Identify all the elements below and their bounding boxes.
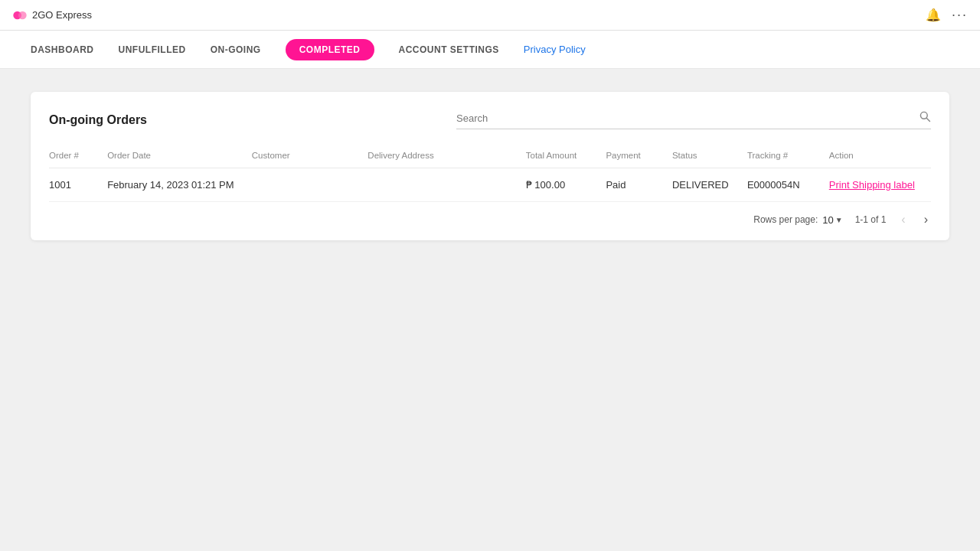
col-header-customer: Customer bbox=[252, 145, 368, 168]
more-icon[interactable]: ··· bbox=[952, 7, 968, 23]
nav-item-completed[interactable]: COMPLETED bbox=[286, 39, 374, 60]
rows-per-page-label: Rows per page: bbox=[753, 214, 818, 225]
orders-card: On-going Orders Order # Order Date Custo… bbox=[31, 92, 949, 240]
cell-payment: Paid bbox=[606, 168, 672, 202]
search-icon[interactable] bbox=[919, 110, 931, 126]
table-header-row: Order # Order Date Customer Delivery Add… bbox=[49, 145, 931, 168]
nav-item-privacy-policy[interactable]: Privacy Policy bbox=[524, 39, 586, 60]
card-header: On-going Orders bbox=[49, 110, 931, 129]
svg-point-2 bbox=[920, 112, 927, 119]
rows-per-page: Rows per page: 10 ▼ bbox=[753, 214, 842, 226]
rows-per-page-select[interactable]: 10 ▼ bbox=[822, 214, 842, 226]
col-header-date: Order Date bbox=[107, 145, 252, 168]
col-header-order: Order # bbox=[49, 145, 107, 168]
col-header-status: Status bbox=[672, 145, 747, 168]
prev-page-button[interactable]: ‹ bbox=[898, 211, 908, 228]
search-box bbox=[456, 110, 931, 129]
col-header-action: Action bbox=[829, 145, 931, 168]
search-input[interactable] bbox=[456, 112, 919, 124]
rows-per-page-value: 10 bbox=[822, 214, 833, 226]
topbar-left: 2GO Express bbox=[12, 9, 92, 21]
app-logo bbox=[12, 10, 28, 21]
orders-table: Order # Order Date Customer Delivery Add… bbox=[49, 145, 931, 202]
bell-icon[interactable]: 🔔 bbox=[926, 8, 941, 22]
cell-date: February 14, 2023 01:21 PM bbox=[107, 168, 252, 202]
cell-status: DELIVERED bbox=[672, 168, 747, 202]
topbar-right: 🔔 ··· bbox=[926, 7, 968, 23]
navbar: DASHBOARD UNFULFILLED ON-GOING COMPLETED… bbox=[0, 31, 980, 69]
main-content: On-going Orders Order # Order Date Custo… bbox=[0, 69, 980, 263]
page-info: 1-1 of 1 bbox=[855, 214, 887, 225]
col-header-amount: Total Amount bbox=[526, 145, 606, 168]
cell-amount: ₱ 100.00 bbox=[526, 168, 606, 202]
svg-point-1 bbox=[18, 11, 27, 19]
nav-item-on-going[interactable]: ON-GOING bbox=[211, 40, 261, 60]
cell-customer bbox=[252, 168, 368, 202]
topbar: 2GO Express 🔔 ··· bbox=[0, 0, 980, 31]
cell-delivery bbox=[368, 168, 525, 202]
svg-line-3 bbox=[926, 118, 929, 121]
card-title: On-going Orders bbox=[49, 113, 147, 127]
nav-item-unfulfilled[interactable]: UNFULFILLED bbox=[119, 40, 186, 60]
table-row: 1001 February 14, 2023 01:21 PM ₱ 100.00… bbox=[49, 168, 931, 202]
app-name: 2GO Express bbox=[32, 9, 92, 21]
cell-order: 1001 bbox=[49, 168, 107, 202]
cell-action: Print Shipping label bbox=[829, 168, 931, 202]
pagination: Rows per page: 10 ▼ 1-1 of 1 ‹ › bbox=[49, 202, 931, 240]
nav-item-account-settings[interactable]: ACCOUNT SETTINGS bbox=[399, 40, 499, 60]
cell-tracking: E0000054N bbox=[747, 168, 829, 202]
col-header-delivery: Delivery Address bbox=[368, 145, 525, 168]
chevron-down-icon: ▼ bbox=[835, 216, 843, 224]
col-header-tracking: Tracking # bbox=[747, 145, 829, 168]
next-page-button[interactable]: › bbox=[921, 211, 931, 228]
nav-item-dashboard[interactable]: DASHBOARD bbox=[31, 40, 94, 60]
print-shipping-label-link[interactable]: Print Shipping label bbox=[829, 179, 915, 191]
col-header-payment: Payment bbox=[606, 145, 672, 168]
